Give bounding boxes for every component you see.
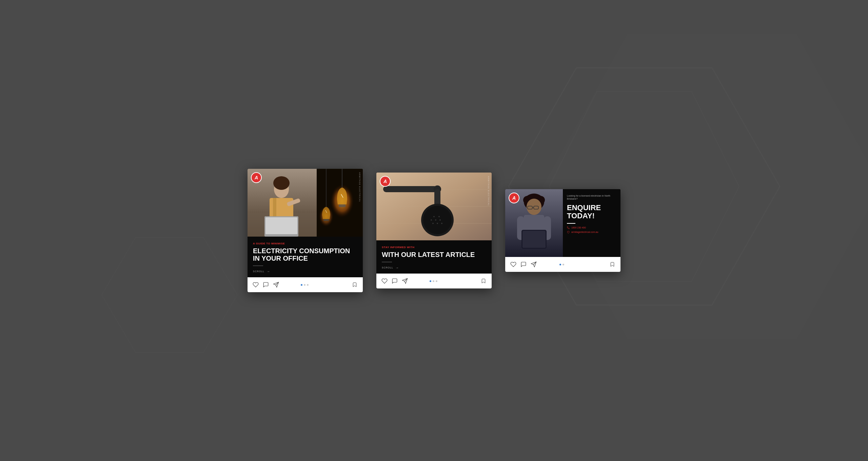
card2-dots	[430, 280, 437, 282]
card1-dot-3	[307, 284, 309, 286]
card2-comment-icon[interactable]	[391, 278, 398, 284]
brand-logo-card1: A	[251, 172, 262, 183]
card2-action-icons[interactable]	[381, 278, 408, 284]
card1-send-icon[interactable]	[273, 281, 279, 288]
card3-enquire-title: ENQUIRE TODAY!	[567, 204, 616, 220]
card3-dot-2	[563, 264, 564, 265]
card1-content: A GUIDE TO MINIMISE ELECTRICITY CONSUMPT…	[248, 237, 363, 277]
card-article: A ARMITAGE ELECTRICAL STAY INFORMED WITH…	[376, 173, 492, 288]
card1-dot-2	[304, 284, 305, 286]
card1-bookmark-icon[interactable]	[351, 281, 358, 288]
card3-image-area: Looking for a licensed electrician in No…	[505, 189, 620, 257]
card-enquire: Looking for a licensed electrician in No…	[505, 189, 620, 272]
svg-rect-55	[522, 231, 546, 248]
card2-shower-image	[376, 173, 492, 240]
card3-website: armitageelectrical.com.au	[567, 231, 616, 234]
svg-point-33	[433, 216, 435, 217]
card1-comment-icon[interactable]	[262, 281, 269, 288]
svg-rect-16	[339, 204, 346, 207]
svg-rect-9	[273, 198, 276, 218]
svg-marker-2	[102, 237, 237, 353]
card1-image-area: A ARMITAGE ELECTRICAL	[248, 169, 363, 237]
card3-phone: 1800 230 400	[567, 226, 616, 229]
card1-action-icons[interactable]	[252, 281, 279, 288]
card3-split: Looking for a licensed electrician in No…	[505, 189, 620, 257]
svg-rect-20	[323, 219, 329, 221]
card1-scroll: SCROLL →	[253, 269, 357, 273]
card3-sub-text: Looking for a licensed electrician in No…	[567, 194, 616, 200]
card2-image-area: A ARMITAGE ELECTRICAL	[376, 173, 492, 240]
card1-scroll-arrow: →	[267, 269, 270, 273]
card3-send-icon[interactable]	[530, 261, 537, 268]
card2-title: WITH OUR LATEST ARTICLE	[382, 251, 486, 258]
card3-bookmark-icon[interactable]	[609, 261, 616, 268]
card2-heart-icon[interactable]	[381, 278, 388, 284]
card3-dots	[559, 264, 564, 265]
card-electricity: A ARMITAGE ELECTRICAL A GUIDE TO MINIMIS…	[248, 169, 363, 292]
svg-point-37	[439, 219, 441, 221]
svg-rect-12	[265, 217, 297, 234]
svg-point-7	[273, 176, 290, 190]
brand-logo-card3: A	[509, 193, 519, 203]
card1-bulb-image	[317, 169, 363, 237]
svg-point-32	[423, 206, 452, 234]
card1-scroll-label: SCROLL	[253, 270, 264, 273]
card2-scroll-label: SCROLL	[382, 266, 393, 269]
card2-scroll: SCROLL →	[382, 266, 486, 269]
card3-action-icons[interactable]	[510, 261, 537, 268]
card2-scroll-arrow: →	[395, 266, 399, 269]
svg-point-34	[438, 216, 440, 217]
card3-comment-icon[interactable]	[520, 261, 527, 268]
vertical-text-card1: ARMITAGE ELECTRICAL	[359, 172, 361, 202]
card1-split-images	[248, 169, 363, 237]
card3-contact: 1800 230 400 armitageelectrical.com.au	[567, 226, 616, 234]
card2-send-icon[interactable]	[401, 278, 408, 284]
card1-dots	[301, 284, 309, 286]
svg-point-39	[437, 223, 438, 224]
svg-point-35	[431, 219, 432, 221]
card1-heart-icon[interactable]	[252, 281, 259, 288]
card3-divider-img	[567, 223, 575, 224]
svg-point-47	[527, 199, 541, 215]
brand-logo-letter-2: A	[383, 179, 387, 184]
card2-content: STAY INFORMED WITH WITH OUR LATEST ARTIC…	[376, 240, 492, 274]
card2-dot-3	[436, 280, 437, 282]
svg-point-36	[435, 219, 436, 221]
card1-dot-1	[301, 284, 302, 286]
card3-text-area: Looking for a licensed electrician in No…	[563, 189, 620, 257]
card2-actions	[376, 274, 492, 288]
card3-heart-icon[interactable]	[510, 261, 517, 268]
svg-rect-28	[383, 186, 437, 192]
brand-logo-letter-3: A	[512, 195, 516, 201]
cards-container: A ARMITAGE ELECTRICAL A GUIDE TO MINIMIS…	[248, 169, 620, 292]
card2-dot-1	[430, 280, 431, 282]
svg-point-40	[441, 223, 442, 224]
card2-dot-2	[433, 280, 434, 282]
brand-logo-card2: A	[380, 176, 391, 187]
svg-point-38	[432, 223, 434, 224]
card2-subtitle: STAY INFORMED WITH	[382, 246, 486, 249]
card1-subtitle: A GUIDE TO MINIMISE	[253, 242, 357, 245]
card3-website-url: armitageelectrical.com.au	[571, 231, 598, 233]
card1-title: ELECTRICITY CONSUMPTION IN YOUR OFFICE	[253, 247, 357, 262]
brand-logo-letter-1: A	[255, 175, 258, 180]
card1-actions	[248, 277, 363, 292]
card2-divider	[382, 262, 392, 262]
card3-dot-1	[559, 264, 561, 265]
card3-actions	[505, 257, 620, 272]
vertical-text-card2: ARMITAGE ELECTRICAL	[488, 176, 490, 206]
card3-phone-number: 1800 230 400	[571, 226, 586, 229]
card2-bookmark-icon[interactable]	[480, 278, 487, 284]
card1-divider	[253, 265, 263, 266]
